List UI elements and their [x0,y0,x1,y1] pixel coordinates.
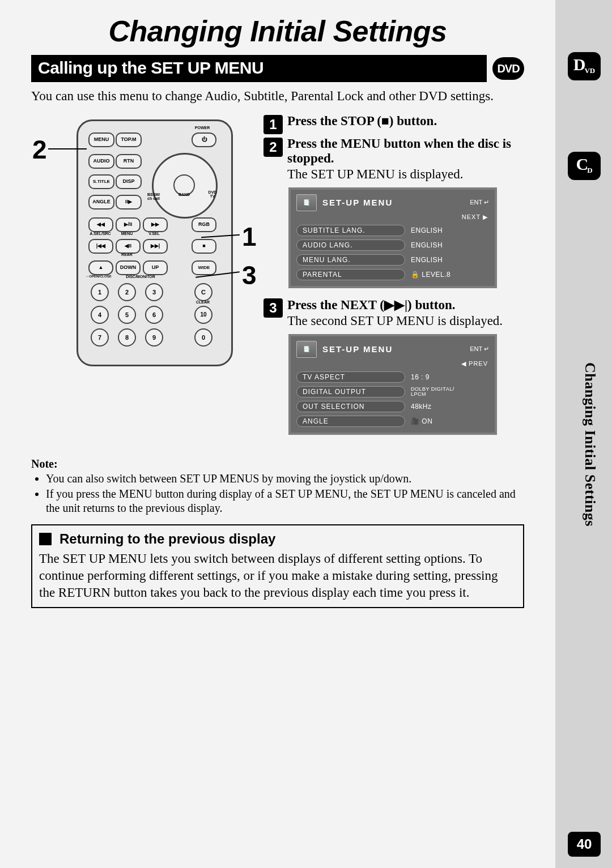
side-tab-cd-c: C [576,155,588,177]
setup-1-row-1: AUDIO LANG. ENGLISH [291,238,495,253]
remote-down-button: DOWN [116,260,141,275]
remote-num-10: 10 [194,306,212,324]
note-block: Note: You can also switch between SET UP… [31,457,524,515]
setup-2-row-2: OUT SELECTION 48kHz [291,399,495,414]
remote-menu-button: MENU [88,132,114,147]
remote-clear: C [194,283,212,301]
remote-num-0: 0 [194,328,212,347]
setup-2-row-1: DIGITAL OUTPUT DOLBY DIGITAL/ LPCM [291,384,495,399]
remote-num-8: 8 [118,328,136,347]
remote-num-6: 6 [145,306,163,324]
return-head: Returning to the previous display [60,531,275,547]
setup-1-row-3: PARENTAL 🔒 LEVEL.8 [291,267,495,286]
step-3-desc: The second SET UP MENU is displayed. [287,314,524,328]
remote-eject-button: ▲ [88,260,113,275]
page-number: 40 [568,832,601,857]
remote-topm-button: TOP.M [116,132,142,147]
callout-2: 2 [32,134,47,165]
remote-disp-button: DISP [116,174,142,189]
remote-rtn-button: RTN [116,154,142,169]
dvd-icon: DVD [492,57,524,80]
remote-num-7: 7 [91,328,109,347]
setup-1-row-2: MENU LANG. ENGLISH [291,253,495,267]
remote-num-2: 2 [118,283,136,301]
callout-3: 3 [242,260,257,290]
step-3: 3 Press the NEXT (▶▶|) button. The secon… [264,297,524,328]
step-2-badge: 2 [264,138,283,157]
setup-2-ent: ENT ↵ [470,346,489,352]
remote-num-5: 5 [118,306,136,324]
remote-playpause-button: ▶/II [116,217,141,232]
setup-1-sub: NEXT ▶ [291,213,495,223]
step-1: 1 Press the STOP (■) button. [264,114,524,134]
remote-num-4: 4 [91,306,109,324]
page-title: Changing Initial Settings [31,14,524,48]
vertical-section-title: Changing Initial Settings [581,362,598,527]
side-tab-dvd-sub: VD [584,66,595,75]
section-heading: Calling up the SET UP MENU [31,55,487,82]
side-tab-dvd: D VD [568,52,601,80]
remote-angle-button: ANGLE [88,195,114,209]
setup-menu-screenshot-2: 📑 SET-UP MENU ENT ↵ ◀ PREV TV ASPECT 16 … [288,334,497,435]
note-item-1: If you press the MENU button during disp… [46,487,524,515]
step-2: 2 Press the MENU button when the disc is… [264,136,524,182]
remote-rgb-button: RGB [192,217,216,232]
remote-audio-button: AUDIO [88,154,114,169]
remote-up-button: UP [143,260,168,275]
side-tab-cd-sub: D [587,166,592,175]
remote-ff-button: ▶▶ [143,217,168,232]
remote-stop-button: ■ [192,239,216,254]
callout-1: 1 [242,221,257,252]
step-2-desc: The SET UP MENU is displayed. [287,167,524,182]
remote-prev-button: |◀◀ [88,239,113,254]
setup-2-title: SET-UP MENU [322,344,464,354]
setup-icon: 📑 [296,194,317,211]
side-tab-dvd-c: D [573,55,586,78]
setup-icon-2: 📑 [296,341,317,358]
return-box: Returning to the previous display The SE… [31,524,524,608]
step-1-head: Press the STOP (■) button. [287,114,524,129]
square-bullet-icon [39,533,52,545]
setup-2-sub: ◀ PREV [291,360,495,370]
remote-num-1: 1 [91,283,109,301]
step-3-head: Press the NEXT (▶▶|) button. [287,297,524,313]
note-item-0: You can also switch between SET UP MENUS… [46,472,524,486]
remote-slowrev-button: ◀II [116,239,141,254]
step-1-badge: 1 [264,115,283,134]
setup-2-row-0: TV ASPECT 16 : 9 [291,370,495,384]
remote-next-button: ▶▶| [143,239,168,254]
setup-1-title: SET-UP MENU [322,198,464,207]
setup-menu-screenshot-1: 📑 SET-UP MENU ENT ↵ NEXT ▶ SUBTITLE LANG… [288,187,497,288]
return-body: The SET UP MENU lets you switch between … [39,550,516,601]
remote-rew-button: ◀◀ [88,217,113,232]
remote-power-button: ⏻ [192,132,216,147]
remote-pause-button: II▶ [116,195,142,209]
remote-stitle-button: S.TITLE [88,174,114,189]
note-head: Note: [31,457,524,471]
step-3-badge: 3 [264,298,283,318]
side-tab-cd: C D [568,152,601,180]
remote-num-9: 9 [145,328,163,347]
remote-wide-button: WIDE [192,260,216,275]
setup-1-row-0: SUBTITLE LANG. ENGLISH [291,223,495,238]
intro-text: You can use this menu to change Audio, S… [31,88,524,105]
remote-num-3: 3 [145,283,163,301]
setup-1-ent: ENT ↵ [470,199,489,206]
setup-2-row-3: ANGLE 🎥 ON [291,414,495,433]
step-2-head: Press the MENU button when the disc is s… [287,136,524,166]
